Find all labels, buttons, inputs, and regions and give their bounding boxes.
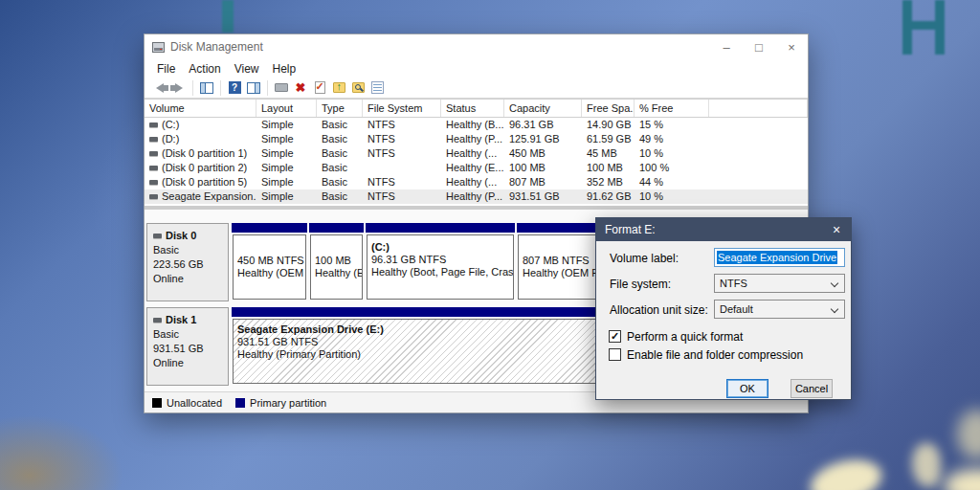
column-type[interactable]: Type: [317, 100, 363, 117]
menu-view[interactable]: View: [228, 61, 266, 77]
help-icon[interactable]: ?: [227, 80, 242, 96]
volume-label-input[interactable]: Seagate Expansion Drive: [714, 248, 845, 267]
table-row[interactable]: (C:) Simple Basic NTFS Healthy (B... 96.…: [145, 118, 808, 132]
volume-name: (D:): [162, 132, 179, 146]
column-volume[interactable]: Volume: [145, 100, 256, 117]
selected-text: Seagate Expansion Drive: [717, 251, 837, 264]
disk-icon: [153, 234, 162, 238]
table-row-selected[interactable]: Seagate Expansion... Simple Basic NTFS H…: [145, 189, 808, 204]
wallpaper-flower: [912, 443, 941, 487]
toolbar: ? ✖ ✓ ↑: [145, 78, 808, 99]
window-controls: – □ ×: [710, 34, 808, 59]
file-system-select[interactable]: NTFS: [714, 274, 845, 293]
menu-action[interactable]: Action: [182, 61, 227, 77]
column-empty: [709, 100, 808, 117]
disk-name: Disk 0: [166, 229, 196, 243]
table-row[interactable]: (D:) Simple Basic NTFS Healthy (P... 125…: [145, 132, 808, 146]
dialog-close-icon[interactable]: ×: [822, 218, 851, 241]
maximize-button[interactable]: □: [743, 34, 775, 59]
cancel-button[interactable]: Cancel: [791, 379, 833, 398]
chevron-down-icon: [831, 305, 838, 313]
disk-size: 223.56 GB: [153, 257, 222, 272]
menu-bar: File Action View Help: [145, 59, 808, 78]
legend-unallocated: Unallocated: [152, 397, 222, 409]
volume-table: Volume Layout Type File System Status Ca…: [145, 99, 808, 204]
allocation-unit-select[interactable]: Default: [714, 300, 845, 319]
disk1-header[interactable]: Disk 1 Basic 931.51 GB Online: [146, 307, 229, 386]
column-status[interactable]: Status: [441, 100, 504, 117]
dialog-title: Format E:: [605, 223, 656, 236]
toolbar-separator: [192, 80, 193, 96]
volume-name: (Disk 0 partition 5): [162, 175, 247, 189]
partition-color-bar: [232, 223, 307, 233]
ok-button[interactable]: OK: [726, 379, 768, 398]
table-row[interactable]: (Disk 0 partition 1) Simple Basic NTFS H…: [145, 146, 808, 161]
volume-name: Seagate Expansion...: [162, 189, 256, 204]
upload-folder-icon[interactable]: ↑: [331, 80, 346, 96]
volume-icon: [149, 194, 158, 199]
partition-color-bar: [309, 223, 364, 233]
dialog-title-bar[interactable]: Format E: ×: [596, 218, 851, 241]
chevron-down-icon: [831, 279, 838, 287]
volume-name: (Disk 0 partition 2): [162, 161, 247, 175]
disk-name: Disk 1: [166, 313, 196, 327]
partition-c[interactable]: (C:) 96.31 GB NTFS Healthy (Boot, Page F…: [366, 223, 515, 301]
volume-name: (C:): [162, 118, 179, 132]
toolbar-separator: [220, 80, 221, 96]
search-folder-icon[interactable]: [350, 80, 366, 96]
quick-format-checkbox[interactable]: ✓: [609, 330, 621, 343]
allocation-unit-label: Allocation unit size:: [610, 303, 708, 317]
disk-size: 931.51 GB: [153, 342, 222, 356]
unallocated-swatch: [152, 398, 162, 408]
desktop: Disk Management – □ × File Action View H…: [0, 0, 980, 490]
wallpaper-flower: [957, 410, 980, 459]
wallpaper-flower: [806, 453, 886, 490]
primary-partition-swatch: [235, 398, 245, 408]
partition-color-bar: [366, 223, 515, 233]
disk-state: Online: [153, 356, 222, 370]
compression-checkbox[interactable]: [609, 348, 621, 361]
back-icon[interactable]: [152, 80, 167, 96]
column-layout[interactable]: Layout: [256, 100, 317, 117]
forward-icon[interactable]: [171, 80, 187, 96]
column-file-system[interactable]: File System: [363, 100, 441, 117]
wallpaper-flower: [944, 469, 980, 490]
column-pct-free[interactable]: % Free: [635, 100, 709, 117]
menu-file[interactable]: File: [150, 61, 182, 77]
title-bar[interactable]: Disk Management – □ ×: [145, 34, 808, 59]
legend-primary-partition: Primary partition: [235, 397, 326, 409]
delete-volume-icon[interactable]: ✖: [293, 80, 308, 96]
action-pane-icon[interactable]: [246, 80, 261, 96]
disk0-header[interactable]: Disk 0 Basic 223.56 GB Online: [146, 223, 229, 301]
disk-icon: [153, 318, 162, 323]
disk-kind: Basic: [153, 327, 222, 342]
disk-kind: Basic: [153, 243, 222, 257]
window-title: Disk Management: [170, 40, 263, 54]
check-document-icon[interactable]: ✓: [312, 80, 327, 96]
partition[interactable]: 450 MB NTFS Healthy (OEM I: [232, 223, 307, 301]
file-system-label: File system:: [610, 278, 671, 291]
disk-state: Online: [153, 272, 222, 286]
volume-label-label: Volume label:: [610, 252, 679, 265]
wallpaper-teal-bar: [222, 0, 234, 33]
volume-icon: [149, 122, 158, 127]
console-tree-icon[interactable]: [199, 80, 214, 96]
partition[interactable]: 100 MB Healthy (E: [309, 223, 364, 301]
table-row[interactable]: (Disk 0 partition 5) Simple Basic NTFS H…: [145, 175, 808, 189]
menu-help[interactable]: Help: [266, 61, 303, 77]
volume-icon: [149, 180, 158, 185]
table-row[interactable]: (Disk 0 partition 2) Simple Basic Health…: [145, 161, 808, 175]
volume-icon: [149, 151, 158, 156]
close-button[interactable]: ×: [775, 34, 808, 59]
popup-window-icon[interactable]: [274, 80, 289, 96]
volume-icon: [149, 166, 158, 170]
compression-label: Enable file and folder compression: [627, 348, 803, 362]
column-capacity[interactable]: Capacity: [504, 100, 582, 117]
wallpaper-teal-frame: [902, 0, 945, 55]
minimize-button[interactable]: –: [710, 34, 743, 59]
format-dialog: Format E: × Volume label: Seagate Expans…: [595, 217, 852, 400]
column-free-space[interactable]: Free Spa...: [582, 100, 635, 117]
quick-format-label: Perform a quick format: [627, 330, 743, 344]
properties-icon[interactable]: [369, 80, 385, 96]
checkmark-icon: ✓: [611, 331, 619, 342]
